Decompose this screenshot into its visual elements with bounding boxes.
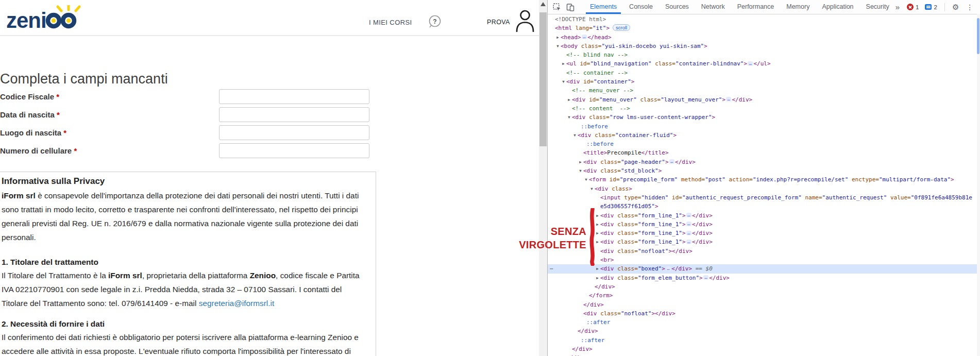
devtools-tree-row[interactable]: ▼<div class="container-fluid"> [548,131,977,140]
code-token: <head> [561,34,581,41]
numero-di-cellulare-input[interactable] [219,143,369,158]
devtools-tree-row[interactable]: </form> [548,291,977,300]
scroll-up-arrow-icon[interactable] [540,2,546,6]
privacy-email-link[interactable]: segreteria@iformsrl.it [199,299,274,308]
data-di-nascita-input[interactable] [219,107,369,122]
expand-inline-icon[interactable]: … [726,97,731,101]
devtools-tree-row[interactable]: ▶<div class="form_line_1">…</div> [548,220,977,229]
code-token: </div> [671,265,692,272]
devtools-tree-row[interactable]: ▶<div id="menu_over" class="layout_menu_… [548,95,977,104]
tab-application[interactable]: Application [816,0,859,14]
collapse-arrow-icon[interactable]: ▼ [572,131,578,140]
expand-inline-icon[interactable]: … [703,275,708,280]
row-overflow-icon[interactable]: ⋯ [550,264,553,273]
collapse-arrow-icon[interactable]: ▼ [561,77,566,86]
expand-inline-icon[interactable]: … [582,35,587,39]
expand-arrow-icon[interactable]: ▶ [561,59,566,68]
inspect-element-icon[interactable] [553,3,561,11]
collapse-arrow-icon[interactable]: ▼ [589,184,595,193]
devtools-tree-row[interactable]: <html lang="it">scroll [548,24,977,32]
devtools-tree-row[interactable]: <input type="hidden" id="authentic_reque… [548,193,977,202]
expand-arrow-icon[interactable]: ▶ [595,274,600,282]
devtools-tree-row[interactable]: ::before [548,122,977,131]
tab-network[interactable]: Network [695,0,731,14]
expand-inline-icon[interactable]: … [666,266,671,271]
code-token: id= [580,60,590,67]
devtools-tree-row[interactable]: ▼<div id="container"> [548,77,977,86]
zenioo-logo[interactable]: zeni [6,5,83,35]
expand-inline-icon[interactable]: … [686,231,691,235]
devtools-tree-row[interactable]: ▶<div class="form_line_1">…</div> [548,211,977,220]
devtools-tree-row[interactable]: </div> [548,282,977,291]
devtools-tree-row[interactable]: </div> [548,300,977,309]
devtools-tree-row[interactable]: <!-- content --> [548,104,977,113]
devtools-tree-row[interactable]: ::after [548,318,977,327]
console-errors-badge[interactable]: 1 [907,4,919,10]
devtools-scrollbar-thumb[interactable] [977,18,979,54]
settings-gear-icon[interactable]: ⚙ [952,3,959,12]
devtools-tree-row[interactable]: ▼<form id="precompile_form" method="post… [548,175,977,184]
device-toolbar-icon[interactable] [566,3,575,11]
codice-fiscale-input[interactable] [219,89,369,104]
console-messages-badge[interactable]: 2 [925,4,937,10]
page-scrollbar[interactable] [539,0,547,356]
devtools-tree-row[interactable]: ▼<div class="row lms-user-content-wrappe… [548,113,977,122]
devtools-tree-row[interactable]: ▼<div class> [548,184,977,193]
expand-inline-icon[interactable]: … [748,61,753,66]
devtools-tree-row[interactable]: ▶<head>…</head> [548,33,977,42]
devtools-tree-row[interactable]: ▶<ul id="blind_navigation" class="contai… [548,59,977,68]
expand-inline-icon[interactable]: … [686,213,691,217]
page-scrollbar-thumb[interactable] [539,12,547,146]
scroll-badge: scroll [613,24,630,31]
devtools-tree-row[interactable]: <br> [548,256,977,264]
devtools-tree-row[interactable]: ▶<div class="form_line_1">…</div> [548,238,977,246]
expand-inline-icon[interactable]: … [669,159,674,164]
tab-performance[interactable]: Performance [731,0,781,14]
collapse-arrow-icon[interactable]: ▼ [578,166,583,175]
devtools-tree-row[interactable]: </div> [548,327,977,335]
kebab-menu-icon[interactable]: ⋮ [966,3,973,11]
devtools-tree-row[interactable]: <div class="nofloat"></div> [548,247,977,256]
help-icon[interactable]: ? [428,14,442,32]
devtools-tree-row[interactable]: <!DOCTYPE html> [548,15,977,24]
devtools-tree-row[interactable]: <!-- menu_over --> [548,86,977,95]
more-tabs-icon[interactable]: » [895,3,900,11]
devtools-tree-row-selected[interactable]: ⋯▶<div class="boxed">…</div> == $0 [548,264,977,273]
code-token: <form [589,176,610,183]
devtools-tree-row[interactable]: </div> [548,345,977,353]
tab-sources[interactable]: Sources [659,0,695,14]
devtools-tree-row[interactable]: <!-- container --> [548,69,977,77]
nav-username[interactable]: PROVA [487,19,510,26]
devtools-tree-row[interactable]: ▼<div class="std_block"> [548,166,977,175]
devtools-tree-row[interactable]: ▶<div class="form_elem_button">…</div> [548,274,977,282]
devtools-tree-row[interactable]: <!-- blind nav --> [548,50,977,59]
devtools-tree-row[interactable]: <div class="nofloat"></div> [548,309,977,318]
field-label: Data di nascita [0,110,55,119]
devtools-tree-row[interactable]: ::before [548,140,977,148]
devtools-tree-row[interactable]: <title>Precompile</title> [548,148,977,157]
tab-elements[interactable]: Elements [584,0,623,14]
expand-arrow-icon[interactable]: ▶ [578,158,583,166]
devtools-tree-row[interactable]: ▶<div class="page-header">…</div> [548,158,977,166]
devtools-tree-row[interactable]: </div> [548,353,977,356]
collapse-arrow-icon[interactable]: ▼ [566,113,572,122]
devtools-tree-row[interactable]: ::after [548,336,977,345]
devtools-tree-row[interactable]: e5d306557f61d05"> [548,202,977,211]
user-avatar-icon[interactable] [514,9,536,34]
expand-inline-icon[interactable]: … [686,222,691,226]
devtools-tree-row[interactable]: ▶<div class="form_line_1">…</div> [548,229,977,238]
devtools-tree-row[interactable]: ▼<body class="yui-skin-docebo yui-skin-s… [548,42,977,50]
collapse-arrow-icon[interactable]: ▼ [555,42,561,50]
expand-arrow-icon[interactable]: ▶ [566,95,572,104]
tab-console[interactable]: Console [623,0,659,14]
expand-inline-icon[interactable]: … [686,240,691,244]
code-token: </div> [732,96,752,103]
expand-arrow-icon[interactable]: ▶ [555,33,561,42]
luogo-di-nascita-input[interactable] [219,125,369,140]
devtools-scrollbar[interactable] [977,14,980,356]
tab-memory[interactable]: Memory [780,0,816,14]
nav-my-courses[interactable]: I MIEI CORSI [369,19,412,26]
tab-security[interactable]: Security [860,0,895,14]
collapse-arrow-icon[interactable]: ▼ [583,175,589,184]
code-token: id= [589,96,599,103]
